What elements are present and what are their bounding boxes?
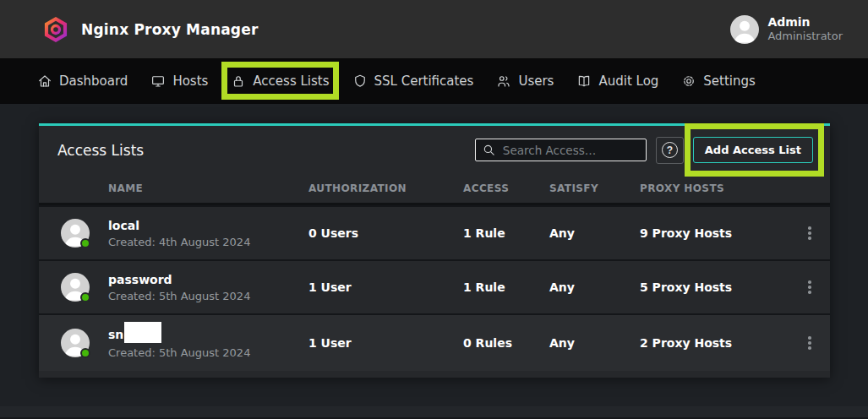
column-header-authorization: AUTHORIZATION (308, 182, 463, 194)
proxy-hosts-value: 9 Proxy Hosts (640, 226, 789, 240)
nav-label: Hosts (172, 73, 208, 89)
avatar (61, 273, 90, 302)
authorization-value: 1 User (308, 280, 463, 294)
help-button[interactable]: ? (656, 137, 684, 164)
nav-label: Settings (703, 73, 756, 89)
row-menu-button[interactable] (803, 275, 816, 299)
table-header: NAME AUTHORIZATION ACCESS SATISFY PROXY … (39, 174, 830, 205)
nav-label: Users (518, 73, 554, 89)
authorization-value: 0 Users (308, 226, 463, 240)
nav-item-hosts[interactable]: Hosts (150, 73, 208, 89)
status-dot (80, 292, 90, 302)
satisfy-value: Any (549, 336, 640, 350)
access-list-name: sn (108, 324, 161, 346)
nav-item-users[interactable]: Users (496, 73, 554, 89)
nav-item-settings[interactable]: Settings (681, 73, 756, 89)
nav-label: Audit Log (598, 73, 658, 89)
access-list-name: password (108, 271, 172, 288)
nav-label: SSL Certificates (374, 73, 474, 89)
help-icon: ? (662, 142, 678, 158)
row-menu-button[interactable] (803, 331, 816, 355)
nav-label: Access Lists (253, 73, 329, 89)
created-date: Created: 5th August 2024 (108, 346, 308, 362)
access-value: 1 Rule (463, 280, 549, 294)
nav-item-ssl-certificates[interactable]: SSL Certificates (352, 73, 474, 89)
column-header-access: ACCESS (463, 182, 549, 194)
lock-icon (231, 73, 246, 89)
status-dot (80, 238, 90, 248)
redaction-box (124, 322, 161, 343)
user-role: Administrator (767, 30, 843, 43)
table-row-password: password Created: 5th August 2024 1 User… (39, 259, 830, 313)
avatar (61, 219, 90, 248)
app-logo-icon (42, 16, 69, 43)
app-header: Nginx Proxy Manager Admin Administrator (0, 0, 868, 58)
access-value: 1 Rule (463, 226, 549, 240)
avatar (61, 329, 90, 357)
nav-item-audit-log[interactable]: Audit Log (576, 73, 658, 89)
user-avatar (730, 15, 759, 44)
created-date: Created: 5th August 2024 (108, 289, 308, 305)
main-nav: Dashboard Hosts Access Lists SSL Certifi… (0, 58, 868, 104)
proxy-hosts-value: 2 Proxy Hosts (640, 336, 789, 350)
satisfy-value: Any (549, 226, 640, 240)
status-dot (80, 348, 90, 358)
access-list-name: local (108, 217, 139, 234)
satisfy-value: Any (549, 280, 640, 294)
access-value: 0 Rules (463, 336, 549, 350)
monitor-icon (150, 73, 166, 89)
row-menu-button[interactable] (803, 221, 816, 245)
gear-icon (681, 73, 696, 89)
proxy-hosts-value: 5 Proxy Hosts (640, 280, 789, 294)
search-icon (482, 143, 496, 157)
content-area: Access Lists ? Add Access List (0, 104, 868, 419)
nav-item-dashboard[interactable]: Dashboard (37, 73, 128, 89)
card-header: Access Lists ? Add Access List (39, 126, 830, 174)
user-name: Admin (767, 15, 843, 30)
table-row-sn: sn Created: 5th August 2024 1 User 0 Rul… (39, 313, 830, 371)
search-input[interactable] (475, 139, 647, 161)
nav-label: Dashboard (59, 73, 128, 89)
table-row-local: local Created: 4th August 2024 0 Users 1… (39, 205, 830, 259)
created-date: Created: 4th August 2024 (108, 235, 308, 251)
authorization-value: 1 User (308, 336, 463, 350)
access-lists-card: Access Lists ? Add Access List (39, 123, 830, 378)
app-title: Nginx Proxy Manager (81, 21, 259, 38)
book-icon (576, 73, 592, 89)
search-box (475, 139, 647, 161)
home-icon (37, 73, 52, 89)
user-menu[interactable]: Admin Administrator (730, 15, 843, 44)
nav-item-access-lists[interactable]: Access Lists (231, 73, 329, 89)
column-header-satisfy: SATISFY (549, 182, 640, 194)
shield-icon (352, 73, 368, 89)
add-access-list-button[interactable]: Add Access List (693, 137, 813, 163)
page-footer-strip (0, 406, 868, 417)
users-icon (496, 73, 511, 89)
column-header-name: NAME (108, 182, 308, 194)
page-title: Access Lists (57, 142, 144, 159)
column-header-proxy-hosts: PROXY HOSTS (640, 182, 789, 194)
